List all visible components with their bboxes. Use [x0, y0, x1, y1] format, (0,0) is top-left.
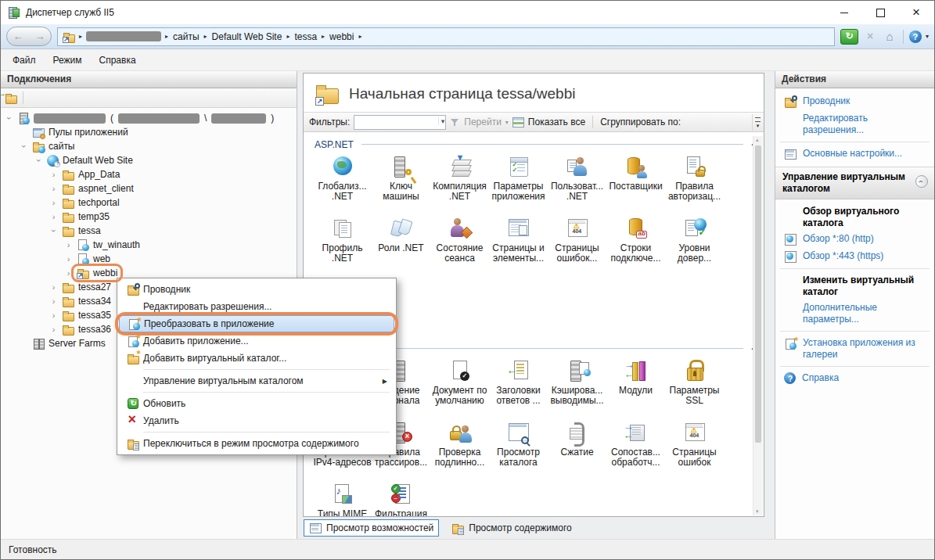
tree-node: tessa36 — [59, 323, 114, 336]
tab-content-view[interactable]: Просмотр содержимого — [447, 520, 576, 536]
create-connection-icon[interactable] — [5, 92, 17, 104]
action-link[interactable]: Дополнительные параметры... — [779, 300, 931, 328]
feature-item[interactable]: Компиляция.NET — [430, 153, 489, 214]
feature-item[interactable]: Уровнидовер... — [665, 214, 724, 276]
feature-item[interactable]: Профиль.NET — [313, 214, 372, 276]
menu-item[interactable]: Справка — [91, 52, 145, 69]
tree-item[interactable]: Пулы приложений — [1, 125, 297, 139]
action-link[interactable]: Справка — [779, 370, 931, 386]
refresh-icon[interactable] — [840, 29, 858, 45]
feature-item[interactable]: Сопостав...обработч... — [606, 418, 665, 480]
expander-icon[interactable]: › — [34, 156, 44, 166]
context-menu-item[interactable]: Добавить виртуальный каталог... — [119, 350, 394, 367]
feature-item[interactable]: Роли .NET — [372, 214, 430, 276]
action-link[interactable]: Обзор *:80 (http) — [779, 231, 931, 248]
menu-item[interactable]: Файл — [4, 52, 45, 69]
expander-icon[interactable]: › — [49, 282, 59, 292]
maximize-button[interactable] — [862, 1, 898, 24]
tab-features-view[interactable]: Просмотр возможностей — [304, 519, 439, 537]
feature-item[interactable]: Строкиподключе... — [606, 214, 665, 276]
vertical-scrollbar[interactable] — [753, 136, 763, 515]
feature-item[interactable]: Просмотркаталога — [489, 418, 548, 480]
feature-item[interactable]: Поставщики — [606, 153, 665, 214]
filter-input[interactable] — [354, 115, 446, 130]
home-icon[interactable] — [882, 29, 897, 45]
context-menu-item[interactable]: Преобразовать в приложение — [119, 315, 394, 332]
context-menu-item[interactable]: Удалить — [119, 412, 394, 429]
expander-icon[interactable]: › — [63, 240, 74, 249]
feature-item[interactable]: Сжатие — [548, 418, 606, 480]
context-menu-item[interactable]: Обновить — [119, 395, 394, 412]
help-dropdown-icon[interactable]: ▾ — [926, 33, 929, 40]
context-menu-item[interactable]: Редактировать разрешения... — [119, 298, 394, 315]
feature-item[interactable]: Глобализ....NET — [313, 153, 372, 214]
expander-icon[interactable]: › — [5, 113, 14, 124]
close-button[interactable] — [898, 1, 934, 24]
action-link[interactable]: Основные настройки... — [779, 145, 931, 163]
feature-item[interactable]: Ключмашины — [372, 153, 430, 214]
expander-icon[interactable]: › — [49, 184, 59, 193]
context-menu-item[interactable]: Управление виртуальным каталогом▶ — [119, 372, 394, 389]
menu-item[interactable]: Режим — [45, 52, 91, 69]
expander-icon[interactable]: › — [63, 254, 74, 264]
tree-item[interactable]: ›tessa — [1, 224, 297, 238]
feature-item[interactable]: Проверкаподлинно... — [430, 418, 489, 480]
minimize-button[interactable] — [826, 1, 862, 24]
help-icon[interactable] — [909, 31, 922, 43]
context-menu-item[interactable]: Проводник — [119, 281, 394, 298]
action-link[interactable]: Редактировать разрешения... — [779, 110, 931, 138]
feature-item[interactable]: Документ поумолчанию — [430, 357, 489, 418]
scrollbar-thumb[interactable] — [755, 145, 761, 443]
context-menu-item[interactable]: Переключиться в режим просмотра содержим… — [119, 435, 394, 452]
tree-item[interactable]: ›сайты — [1, 139, 297, 153]
feature-item[interactable]: Параметрыприложения — [489, 153, 548, 214]
tree-item[interactable]: ›techportal — [1, 196, 297, 210]
tree-item[interactable]: ›web — [1, 252, 297, 266]
feature-item[interactable]: Фильтрациязапросов — [372, 480, 430, 516]
feature-label: элементы... — [489, 253, 548, 264]
feature-label: Типы MIME — [313, 509, 372, 516]
tree-item[interactable]: › ( \ ) — [1, 111, 297, 125]
show-all-button[interactable]: Показать все — [528, 117, 585, 127]
feature-item[interactable]: Типы MIME — [313, 480, 372, 516]
breadcrumb-item[interactable]: tessa — [293, 31, 318, 42]
expander-icon[interactable]: › — [63, 268, 74, 278]
action-link[interactable]: Установка приложения из галереи — [779, 335, 931, 363]
expander-icon[interactable]: › — [49, 325, 59, 334]
tree-item[interactable]: ›Default Web Site — [1, 153, 297, 167]
feature-item[interactable]: Страницы иэлементы... — [489, 214, 548, 276]
expander-icon[interactable]: › — [49, 212, 59, 221]
tree-item[interactable]: ›tw_winauth — [1, 238, 297, 252]
back-forward-buttons[interactable] — [6, 27, 52, 46]
feature-item[interactable]: Модули — [606, 357, 665, 418]
expander-icon[interactable]: › — [20, 142, 29, 152]
breadcrumb-item[interactable]: Default Web Site — [211, 31, 283, 42]
toolbar-overflow-button[interactable] — [752, 114, 763, 131]
expander-icon[interactable]: › — [49, 198, 59, 207]
breadcrumb-item[interactable]: сайты — [172, 31, 200, 42]
go-dropdown-icon[interactable]: ▾ — [505, 119, 509, 126]
expander-icon[interactable]: › — [49, 170, 59, 179]
feature-item[interactable]: ПараметрыSSL — [665, 357, 724, 418]
breadcrumb-item[interactable]: webbi — [329, 31, 354, 42]
action-link[interactable]: Обзор *:443 (https) — [779, 248, 931, 265]
feature-item[interactable]: Страницыошибок... — [548, 214, 606, 276]
action-link[interactable]: Проводник — [779, 93, 931, 110]
feature-item[interactable]: Кэширова...выводимы... — [548, 357, 606, 418]
go-button[interactable]: Перейти — [464, 117, 502, 127]
feature-item[interactable]: Правилаавторизац... — [665, 153, 724, 214]
expander-icon[interactable]: › — [49, 311, 59, 320]
breadcrumb[interactable]: ▸▸сайты▸Default Web Site▸tessa▸webbi▸ — [57, 27, 835, 46]
actions-section-header[interactable]: Управление виртуальным каталогом — [775, 167, 934, 199]
tree-item[interactable]: ›temp35 — [1, 210, 297, 224]
feature-label: трассиров... — [372, 458, 430, 468]
context-menu-item[interactable]: Добавить приложение... — [119, 332, 394, 350]
feature-item[interactable]: Пользоват....NET — [548, 153, 606, 214]
expander-icon[interactable]: › — [49, 226, 59, 236]
feature-item[interactable]: Страницыошибок — [665, 418, 724, 480]
feature-item[interactable]: Состояниесеанса — [430, 214, 489, 276]
tree-item[interactable]: ›aspnet_client — [1, 181, 297, 196]
feature-item[interactable]: Заголовкиответов ... — [489, 357, 548, 418]
expander-icon[interactable]: › — [49, 296, 59, 306]
tree-item[interactable]: ›App_Data — [1, 167, 297, 181]
